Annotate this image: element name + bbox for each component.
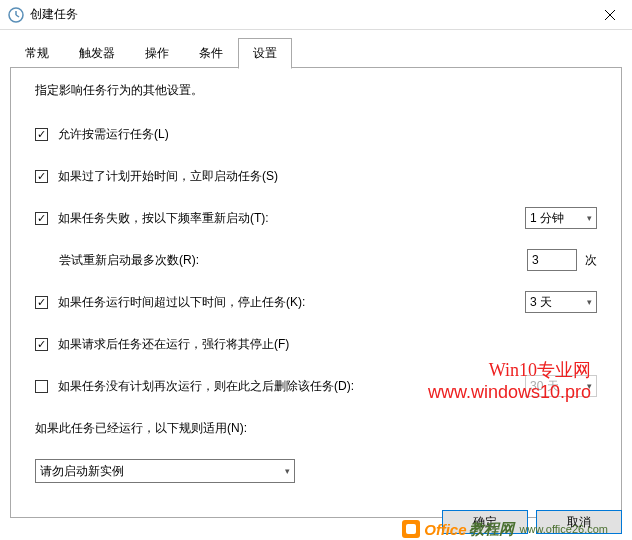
stop-if-long-label: 如果任务运行时间超过以下时间，停止任务(K): bbox=[58, 294, 305, 311]
retry-count-label: 尝试重新启动最多次数(R): bbox=[59, 252, 199, 269]
restart-interval-dropdown[interactable]: 1 分钟 ▾ bbox=[525, 207, 597, 229]
close-button[interactable] bbox=[587, 0, 632, 30]
tab-general[interactable]: 常规 bbox=[10, 38, 64, 68]
rule-dropdown[interactable]: 请勿启动新实例 ▾ bbox=[35, 459, 295, 483]
delete-if-no-schedule-checkbox[interactable] bbox=[35, 380, 48, 393]
dialog-footer: 确定 取消 bbox=[442, 510, 622, 534]
chevron-down-icon: ▾ bbox=[587, 213, 592, 223]
restart-if-fail-label: 如果任务失败，按以下频率重新启动(T): bbox=[58, 210, 269, 227]
panel-description: 指定影响任务行为的其他设置。 bbox=[35, 82, 597, 99]
stop-duration-dropdown[interactable]: 3 天 ▾ bbox=[525, 291, 597, 313]
titlebar: 创建任务 bbox=[0, 0, 632, 30]
restart-interval-value: 1 分钟 bbox=[530, 210, 587, 227]
delete-duration-dropdown: 30 天 ▾ bbox=[525, 375, 597, 397]
tab-settings[interactable]: 设置 bbox=[238, 38, 292, 69]
tab-conditions[interactable]: 条件 bbox=[184, 38, 238, 68]
chevron-down-icon: ▾ bbox=[285, 466, 290, 476]
rule-value: 请勿启动新实例 bbox=[40, 463, 285, 480]
settings-panel: 指定影响任务行为的其他设置。 允许按需运行任务(L) 如果过了计划开始时间，立即… bbox=[10, 68, 622, 518]
svg-line-2 bbox=[16, 15, 19, 17]
clock-icon bbox=[8, 7, 24, 23]
force-stop-label: 如果请求后任务还在运行，强行将其停止(F) bbox=[58, 336, 289, 353]
delete-if-no-schedule-label: 如果任务没有计划再次运行，则在此之后删除该任务(D): bbox=[58, 378, 354, 395]
window-title: 创建任务 bbox=[30, 6, 587, 23]
rule-label: 如果此任务已经运行，以下规则适用(N): bbox=[35, 420, 247, 437]
allow-ondemand-label: 允许按需运行任务(L) bbox=[58, 126, 169, 143]
office-icon bbox=[400, 518, 422, 540]
run-after-missed-label: 如果过了计划开始时间，立即启动任务(S) bbox=[58, 168, 278, 185]
ok-button[interactable]: 确定 bbox=[442, 510, 528, 534]
stop-if-long-checkbox[interactable] bbox=[35, 296, 48, 309]
chevron-down-icon: ▾ bbox=[587, 297, 592, 307]
stop-duration-value: 3 天 bbox=[530, 294, 587, 311]
cancel-button[interactable]: 取消 bbox=[536, 510, 622, 534]
retry-count-input[interactable] bbox=[527, 249, 577, 271]
restart-if-fail-checkbox[interactable] bbox=[35, 212, 48, 225]
tab-triggers[interactable]: 触发器 bbox=[64, 38, 130, 68]
allow-ondemand-checkbox[interactable] bbox=[35, 128, 48, 141]
tab-actions[interactable]: 操作 bbox=[130, 38, 184, 68]
retry-count-unit: 次 bbox=[585, 252, 597, 269]
tabbar: 常规 触发器 操作 条件 设置 bbox=[0, 30, 632, 68]
force-stop-checkbox[interactable] bbox=[35, 338, 48, 351]
delete-duration-value: 30 天 bbox=[530, 378, 587, 395]
run-after-missed-checkbox[interactable] bbox=[35, 170, 48, 183]
close-icon bbox=[605, 10, 615, 20]
svg-rect-6 bbox=[406, 524, 416, 534]
chevron-down-icon: ▾ bbox=[587, 381, 592, 391]
svg-rect-5 bbox=[402, 520, 420, 538]
